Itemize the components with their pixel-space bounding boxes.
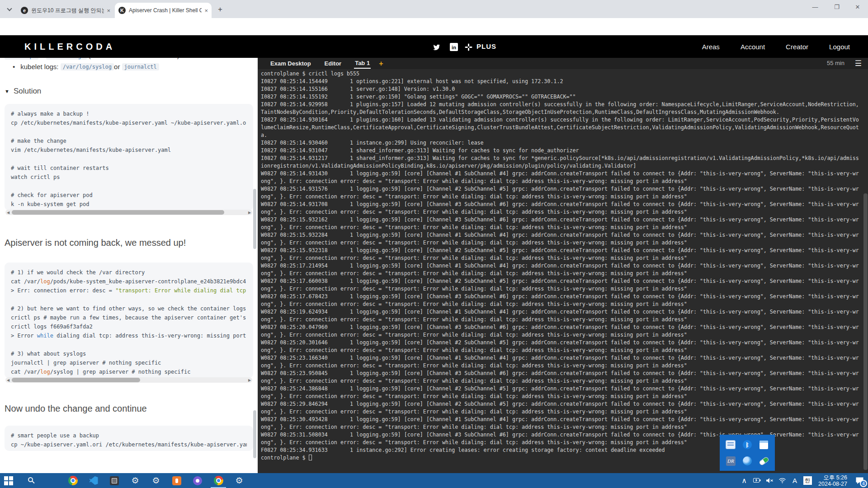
- chevron-down-icon: [7, 6, 12, 11]
- code-block-investigate: # 1) if we would check the /var director…: [5, 263, 253, 378]
- taskbar-file-explorer[interactable]: [42, 473, 62, 488]
- solution-toggle[interactable]: ▼ Solution: [5, 87, 253, 96]
- tab-favicon: e: [21, 7, 28, 14]
- taskbar-chrome-2[interactable]: [208, 473, 229, 488]
- horizontal-scrollbar[interactable]: ◀▶: [5, 210, 252, 215]
- taskbar-vscode[interactable]: [83, 473, 104, 488]
- chrome-2-icon: [214, 476, 223, 485]
- terminal-panel: Exam DesktopEditorTab 1+ 55 min ☰ contro…: [258, 58, 868, 473]
- terminal-tab-exam-desktop[interactable]: Exam Desktop: [269, 59, 312, 68]
- wifi-icon[interactable]: [776, 473, 788, 488]
- heading-undo: Now undo the change and continue: [5, 404, 253, 414]
- taskbar-settings[interactable]: ⚙: [125, 473, 146, 488]
- battery-icon[interactable]: [750, 473, 763, 488]
- window-restore-button[interactable]: ❐: [826, 0, 847, 14]
- instructions-scrollbar-thumb-2[interactable]: [253, 410, 256, 458]
- kubelet-logs-bullet: • kubelet logs: /var/log/syslog or journ…: [5, 63, 253, 70]
- browser-toolbar: ← → ↻ killercoda.com/killer-shell-cka/sc…: [0, 18, 868, 35]
- code-block-backup: # always make a backup !cp /etc/kubernet…: [5, 104, 253, 211]
- nav-logout[interactable]: Logout: [829, 43, 850, 51]
- window-minimize-button[interactable]: —: [805, 0, 826, 14]
- clock-date: 2024-08-27: [818, 481, 847, 487]
- terminal-new-tab-button[interactable]: +: [379, 60, 383, 68]
- instructions-scrollbar-thumb[interactable]: [253, 189, 256, 249]
- terminal-output[interactable]: controlplane $ crictl logs b555 I0827 08…: [261, 70, 862, 472]
- instructions-panel: docker ps + docker logs (in case when Do…: [0, 58, 258, 473]
- code-line: > Error while dialing dial tcp: address …: [11, 331, 247, 340]
- volume-muted-icon[interactable]: [763, 473, 776, 488]
- terminal-tab-tab-1[interactable]: Tab 1: [354, 58, 371, 69]
- taskbar-app-purple[interactable]: [187, 473, 208, 488]
- code-line: # make the change: [11, 136, 247, 145]
- vscode-icon: [90, 476, 98, 485]
- code-line: [11, 182, 247, 191]
- search-button-icon: [28, 477, 33, 482]
- settings-2-icon: ⚙: [152, 476, 160, 485]
- settings-icon: ⚙: [131, 476, 139, 485]
- code-line: cp /etc/kubernetes/manifests/kube-apiser…: [11, 118, 247, 127]
- browser-swirl-icon[interactable]: [742, 455, 753, 466]
- window-icon[interactable]: [759, 439, 769, 450]
- terminal-tab-editor[interactable]: Editor: [324, 59, 343, 68]
- code-line: k -n kube-system get pod: [11, 200, 247, 209]
- code-line: crictl ps # maybe run a few times, becau…: [11, 313, 247, 322]
- browser-tab-1[interactable]: e 윈도우10 프로그램 실행 안되는 ×: [17, 3, 114, 18]
- ime-korean-indicator[interactable]: 한: [801, 473, 814, 488]
- journalctl-code: journalctl: [122, 63, 159, 70]
- syslog-code: /var/log/syslog: [61, 63, 114, 70]
- code-line: # smart people use a backup: [11, 431, 247, 440]
- tray-overflow-flyout: ᛒ DR: [720, 435, 775, 471]
- close-icon[interactable]: ×: [107, 7, 110, 14]
- nav-creator[interactable]: Creator: [786, 43, 808, 51]
- system-tray: ∧ A 한 오후 5:26 2024-08-27 4: [738, 473, 868, 488]
- taskbar-chrome[interactable]: [62, 473, 83, 488]
- app-dark-icon: [110, 476, 119, 485]
- tab-search-button[interactable]: [4, 4, 15, 15]
- twitter-icon[interactable]: [432, 42, 441, 52]
- app-orange-icon: [172, 476, 181, 485]
- terminal-tab-bar: Exam DesktopEditorTab 1+: [258, 58, 868, 69]
- horizontal-scrollbar[interactable]: ◀▶: [5, 377, 252, 383]
- session-time: 55 min: [827, 60, 844, 66]
- notification-badge: 4: [860, 480, 867, 487]
- browser-tab-2[interactable]: K Apiserver Crash | Killer Shell C ×: [115, 3, 212, 18]
- svg-text:in: in: [452, 45, 456, 50]
- taskbar-search-button[interactable]: [21, 473, 42, 488]
- code-line: [11, 155, 247, 164]
- plus-label[interactable]: PLUS: [476, 42, 496, 50]
- code-line: watch crictl ps: [11, 173, 247, 182]
- tab-title: 윈도우10 프로그램 실행 안되는: [31, 7, 104, 14]
- docker-ps-link[interactable]: docker ps: [5, 58, 38, 60]
- taskbar-clock[interactable]: 오후 5:26 2024-08-27: [814, 474, 851, 487]
- dr-monogram-icon[interactable]: DR: [725, 455, 736, 466]
- taskbar-settings-2[interactable]: ⚙: [146, 473, 166, 488]
- window-close-button[interactable]: ✕: [847, 0, 868, 14]
- new-tab-button[interactable]: +: [215, 5, 225, 14]
- pill-icon[interactable]: [759, 455, 769, 466]
- code-line: [11, 340, 247, 349]
- keyboard-icon[interactable]: [725, 439, 736, 450]
- ime-latin-indicator[interactable]: A: [788, 473, 801, 488]
- tray-chevron-icon[interactable]: ∧: [738, 473, 750, 488]
- killercoda-header: KILLERCODA in PLUS AreasAccountCreatorLo…: [0, 35, 868, 58]
- notification-center-icon[interactable]: 4: [851, 473, 868, 488]
- code-line: journalctl | grep apiserver # nothing sp…: [11, 358, 247, 367]
- killercoda-logo[interactable]: KILLERCODA: [24, 42, 115, 52]
- bluetooth-icon[interactable]: ᛒ: [742, 439, 753, 450]
- taskbar-app-orange[interactable]: [166, 473, 187, 488]
- solution-label: Solution: [14, 87, 41, 96]
- code-line: # wait till container restarts: [11, 164, 247, 173]
- code-line: [11, 295, 247, 304]
- taskbar-app-dark[interactable]: [104, 473, 125, 488]
- taskbar-settings-3[interactable]: ⚙: [229, 473, 250, 488]
- hamburger-menu-icon[interactable]: ☰: [855, 59, 862, 68]
- nav-areas[interactable]: Areas: [702, 43, 720, 51]
- close-icon[interactable]: ×: [204, 7, 208, 14]
- taskbar-start-button[interactable]: [0, 473, 21, 488]
- nav-account[interactable]: Account: [741, 43, 765, 51]
- slack-icon[interactable]: [464, 42, 473, 52]
- linkedin-icon[interactable]: in: [449, 42, 458, 52]
- terminal-scrollbar-thumb[interactable]: [863, 193, 868, 470]
- docker-logs-link[interactable]: docker logs: [46, 58, 86, 60]
- browser-tab-strip: e 윈도우10 프로그램 실행 안되는 × K Apiserver Crash …: [0, 0, 868, 18]
